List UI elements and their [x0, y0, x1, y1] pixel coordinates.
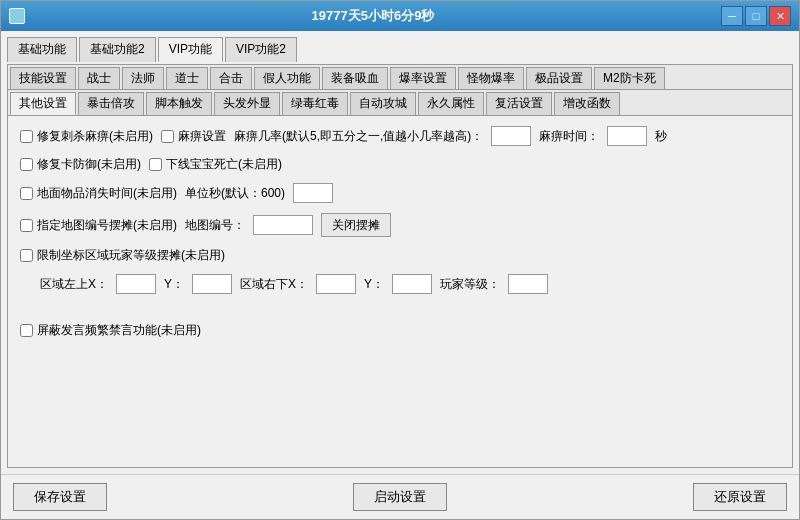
player-level-input[interactable]: 50 — [508, 274, 548, 294]
cb-item-vanish-label: 地面物品消失时间(未启用) — [37, 185, 177, 202]
window-icon — [9, 8, 25, 24]
tab3-other[interactable]: 其他设置 — [10, 92, 76, 115]
tab3-hair[interactable]: 头发外显 — [214, 92, 280, 115]
cb-fix-defense-label: 修复卡防御(未启用) — [37, 156, 141, 173]
row-level-stall-coords: 区域左上X： 280 Y： 320 区域右下X： 340 Y： 340 玩家等级… — [40, 274, 780, 294]
tab3-poison[interactable]: 绿毒红毒 — [282, 92, 348, 115]
cb-map-stall-input[interactable] — [20, 219, 33, 232]
main-panel: 技能设置 战士 法师 道士 合击 假人功能 装备吸血 爆率设置 怪物爆率 极品设… — [7, 64, 793, 468]
row-defense: 修复卡防御(未启用) 下线宝宝死亡(未启用) — [20, 156, 780, 173]
tab2-taoist[interactable]: 道士 — [166, 67, 208, 89]
paralysis-time-input[interactable]: 5 — [607, 126, 647, 146]
row-level-stall: 限制坐标区域玩家等级摆摊(未启用) — [20, 247, 780, 264]
area-right-x-input[interactable]: 340 — [316, 274, 356, 294]
start-button[interactable]: 启动设置 — [353, 483, 447, 511]
titlebar: 19777天5小时6分9秒 ─ □ ✕ — [1, 1, 799, 31]
cb-offline-pet-die-label: 下线宝宝死亡(未启用) — [166, 156, 282, 173]
tab-row3: 其他设置 暴击倍攻 脚本触发 头发外显 绿毒红毒 自动攻城 永久属性 复活设置 … — [8, 90, 792, 116]
map-id-label: 地图编号： — [185, 217, 245, 234]
close-button[interactable]: ✕ — [769, 6, 791, 26]
item-vanish-value-input[interactable]: 300 — [293, 183, 333, 203]
cb-block-chat-input[interactable] — [20, 324, 33, 337]
tab2-equip[interactable]: 装备吸血 — [322, 67, 388, 89]
cb-paralysis-settings-label: 麻痹设置 — [178, 128, 226, 145]
row-block-chat: 屏蔽发言频繁禁言功能(未启用) — [20, 322, 780, 339]
cb-fix-paralysis-input[interactable] — [20, 130, 33, 143]
footer: 保存设置 启动设置 还原设置 — [1, 474, 799, 519]
window-title: 19777天5小时6分9秒 — [25, 7, 721, 25]
cb-level-stall[interactable]: 限制坐标区域玩家等级摆摊(未启用) — [20, 247, 225, 264]
tab2-combo[interactable]: 合击 — [210, 67, 252, 89]
titlebar-buttons: ─ □ ✕ — [721, 6, 791, 26]
tab-basic1[interactable]: 基础功能 — [7, 37, 77, 62]
divider — [20, 304, 780, 312]
tab-row2: 技能设置 战士 法师 道士 合击 假人功能 装备吸血 爆率设置 怪物爆率 极品设… — [8, 65, 792, 90]
cb-paralysis-settings[interactable]: 麻痹设置 — [161, 128, 226, 145]
row-paralysis: 修复刺杀麻痹(未启用) 麻痹设置 麻痹几率(默认5,即五分之一,值越小几率越高)… — [20, 126, 780, 146]
tab2-monster-drop[interactable]: 怪物爆率 — [458, 67, 524, 89]
close-stall-button[interactable]: 关闭摆摊 — [321, 213, 391, 237]
minimize-button[interactable]: ─ — [721, 6, 743, 26]
tab3-func[interactable]: 增改函数 — [554, 92, 620, 115]
tab3-revive[interactable]: 复活设置 — [486, 92, 552, 115]
tab2-warrior[interactable]: 战士 — [78, 67, 120, 89]
area-left-x-label: 区域左上X： — [40, 276, 108, 293]
tab3-siege[interactable]: 自动攻城 — [350, 92, 416, 115]
tab3-script[interactable]: 脚本触发 — [146, 92, 212, 115]
cb-map-stall-label: 指定地图编号摆摊(未启用) — [37, 217, 177, 234]
paralysis-time-label: 麻痹时间： — [539, 128, 599, 145]
cb-block-chat-label: 屏蔽发言频繁禁言功能(未启用) — [37, 322, 201, 339]
map-id-input[interactable]: 3 — [253, 215, 313, 235]
paralysis-rate-desc: 麻痹几率(默认5,即五分之一,值越小几率越高)： — [234, 128, 483, 145]
cb-block-chat[interactable]: 屏蔽发言频繁禁言功能(未启用) — [20, 322, 201, 339]
row-item-vanish: 地面物品消失时间(未启用) 单位秒(默认：600) 300 — [20, 183, 780, 203]
tab-vip1[interactable]: VIP功能 — [158, 37, 223, 62]
cb-item-vanish-input[interactable] — [20, 187, 33, 200]
tab-basic2[interactable]: 基础功能2 — [79, 37, 156, 62]
cb-offline-pet-die-input[interactable] — [149, 158, 162, 171]
area-right-y-label: Y： — [364, 276, 384, 293]
tab2-skill[interactable]: 技能设置 — [10, 67, 76, 89]
area-left-y-label: Y： — [164, 276, 184, 293]
save-button[interactable]: 保存设置 — [13, 483, 107, 511]
tab2-m2[interactable]: M2防卡死 — [594, 67, 665, 89]
tab2-rare[interactable]: 极品设置 — [526, 67, 592, 89]
tab-vip2[interactable]: VIP功能2 — [225, 37, 297, 62]
cb-offline-pet-die[interactable]: 下线宝宝死亡(未启用) — [149, 156, 282, 173]
cb-map-stall[interactable]: 指定地图编号摆摊(未启用) — [20, 217, 177, 234]
maximize-button[interactable]: □ — [745, 6, 767, 26]
restore-button[interactable]: 还原设置 — [693, 483, 787, 511]
tab2-mage[interactable]: 法师 — [122, 67, 164, 89]
area-left-y-input[interactable]: 320 — [192, 274, 232, 294]
item-vanish-unit-label: 单位秒(默认：600) — [185, 185, 285, 202]
tab3-perm-attr[interactable]: 永久属性 — [418, 92, 484, 115]
area-left-x-input[interactable]: 280 — [116, 274, 156, 294]
cb-fix-paralysis-label: 修复刺杀麻痹(未启用) — [37, 128, 153, 145]
paralysis-unit: 秒 — [655, 128, 667, 145]
panel-content: 修复刺杀麻痹(未启用) 麻痹设置 麻痹几率(默认5,即五分之一,值越小几率越高)… — [8, 116, 792, 467]
tab2-drop[interactable]: 爆率设置 — [390, 67, 456, 89]
cb-item-vanish[interactable]: 地面物品消失时间(未启用) — [20, 185, 177, 202]
cb-paralysis-settings-input[interactable] — [161, 130, 174, 143]
area-right-x-label: 区域右下X： — [240, 276, 308, 293]
cb-fix-paralysis[interactable]: 修复刺杀麻痹(未启用) — [20, 128, 153, 145]
cb-level-stall-input[interactable] — [20, 249, 33, 262]
row-map-stall: 指定地图编号摆摊(未启用) 地图编号： 3 关闭摆摊 — [20, 213, 780, 237]
player-level-label: 玩家等级： — [440, 276, 500, 293]
tab-row1: 基础功能 基础功能2 VIP功能 VIP功能2 — [7, 37, 793, 62]
main-window: 19777天5小时6分9秒 ─ □ ✕ 基础功能 基础功能2 VIP功能 VIP… — [0, 0, 800, 520]
cb-fix-defense[interactable]: 修复卡防御(未启用) — [20, 156, 141, 173]
tab2-dummy[interactable]: 假人功能 — [254, 67, 320, 89]
cb-fix-defense-input[interactable] — [20, 158, 33, 171]
cb-level-stall-label: 限制坐标区域玩家等级摆摊(未启用) — [37, 247, 225, 264]
tab3-crit[interactable]: 暴击倍攻 — [78, 92, 144, 115]
area-right-y-input[interactable]: 340 — [392, 274, 432, 294]
paralysis-rate-input[interactable]: 5 — [491, 126, 531, 146]
content-area: 基础功能 基础功能2 VIP功能 VIP功能2 技能设置 战士 法师 道士 合击… — [1, 31, 799, 474]
